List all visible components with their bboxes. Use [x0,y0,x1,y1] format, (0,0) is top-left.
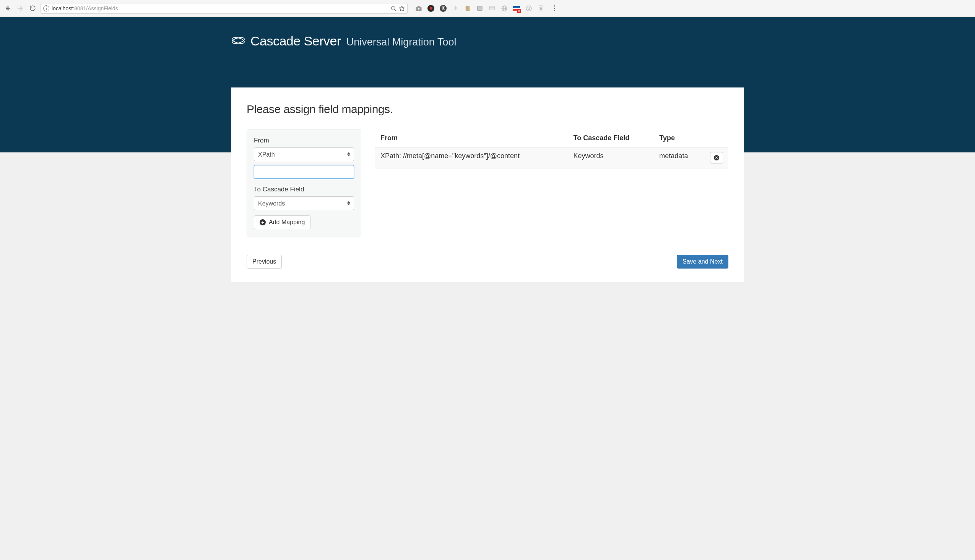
svg-line-2 [395,10,396,11]
url-path: /AssignFields [86,5,118,12]
cell-type: metadata [654,147,705,168]
svg-point-4 [418,8,420,10]
globe-icon[interactable] [501,5,508,12]
svg-rect-6 [489,6,495,10]
url-host: localhost [52,5,73,12]
url-text: localhost:8081/AssignFields [52,5,118,12]
brand-block: Cascade Server Universal Migration Tool [231,17,744,48]
camera-icon[interactable] [415,5,422,12]
cell-from: XPath: //meta[@name="keywords"]/@content [375,147,568,168]
save-and-next-button[interactable]: Save and Next [677,255,728,268]
mappings-table-area: From To Cascade Field Type XPath: //meta… [375,130,728,168]
bookmark-star-icon[interactable] [399,5,405,12]
remove-icon: × [714,155,719,160]
th-type: Type [654,130,705,147]
svg-point-11 [526,6,532,11]
cell-to: Keywords [568,147,654,168]
window-icon[interactable] [488,5,495,12]
previous-button[interactable]: Previous [247,255,282,268]
table-row: XPath: //meta[@name="keywords"]/@content… [375,147,728,168]
extension-icons: ֍ ✳ B [415,5,545,12]
zoom-icon[interactable] [390,5,396,12]
brand-title: Cascade Server [251,33,341,48]
add-mapping-button[interactable]: + Add Mapping [254,215,311,229]
flag-icon[interactable] [513,6,520,11]
cascade-logo-icon [231,35,245,45]
footer-bar: Previous Save and Next [247,255,728,268]
url-port: :8081 [73,5,86,12]
th-from: From [375,130,568,147]
svg-marker-3 [399,6,404,11]
chrome-menu-button[interactable] [550,5,558,11]
svg-rect-5 [478,6,482,11]
address-bar[interactable]: i localhost:8081/AssignFields [40,3,408,14]
forward-button[interactable] [16,4,25,13]
plus-circle-icon: + [259,219,266,225]
from-value-input[interactable] [254,165,354,179]
from-type-select[interactable]: XPath [254,147,354,161]
mapping-form-panel: From XPath To Cascade Field Keywords [247,130,361,237]
reload-button[interactable] [28,4,37,13]
browser-chrome-bar: i localhost:8081/AssignFields ֍ ✳ B [0,0,975,17]
remove-mapping-button[interactable]: × [710,152,723,163]
square-icon[interactable] [477,5,483,12]
script-icon[interactable] [464,5,471,12]
spiral-icon[interactable]: ֍ [440,5,447,12]
circle-u-icon[interactable] [525,5,532,12]
mappings-table: From To Cascade Field Type XPath: //meta… [375,130,728,168]
main-card: Please assign field mappings. From XPath… [231,87,744,282]
snowflake-icon[interactable]: ✳ [452,5,459,12]
th-to: To Cascade Field [568,130,654,147]
brand-subtitle: Universal Migration Tool [346,36,457,48]
add-mapping-label: Add Mapping [269,219,305,226]
page-heading: Please assign field mappings. [247,103,728,116]
record-icon[interactable] [428,5,434,12]
site-info-icon[interactable]: i [43,5,49,12]
doc-b-icon[interactable]: B [538,5,545,12]
back-button[interactable] [4,4,12,13]
to-label: To Cascade Field [254,186,354,193]
from-label: From [254,137,354,144]
to-cascade-field-select[interactable]: Keywords [254,196,354,210]
svg-text:B: B [540,7,542,10]
